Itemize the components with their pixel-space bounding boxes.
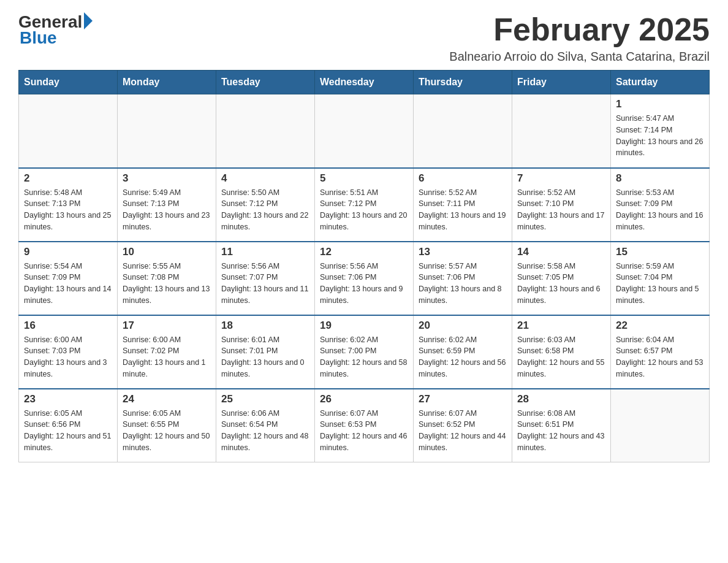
day-number: 10	[123, 246, 211, 258]
day-info: Sunrise: 5:54 AM Sunset: 7:09 PM Dayligh…	[24, 261, 112, 307]
calendar-day-cell: 21Sunrise: 6:03 AM Sunset: 6:58 PM Dayli…	[512, 315, 611, 389]
day-number: 12	[320, 246, 408, 258]
calendar-day-cell	[315, 94, 414, 168]
day-info: Sunrise: 5:49 AM Sunset: 7:13 PM Dayligh…	[123, 187, 211, 233]
day-number: 23	[24, 393, 112, 405]
calendar-day-cell	[414, 94, 512, 168]
day-info: Sunrise: 5:59 AM Sunset: 7:04 PM Dayligh…	[616, 261, 704, 307]
calendar-day-cell	[512, 94, 611, 168]
day-info: Sunrise: 6:02 AM Sunset: 6:59 PM Dayligh…	[419, 334, 507, 380]
weekday-header-friday: Friday	[512, 71, 611, 94]
weekday-header-saturday: Saturday	[611, 71, 710, 94]
weekday-header-thursday: Thursday	[414, 71, 512, 94]
day-number: 14	[517, 246, 605, 258]
day-info: Sunrise: 6:07 AM Sunset: 6:53 PM Dayligh…	[320, 408, 408, 454]
calendar-day-cell: 10Sunrise: 5:55 AM Sunset: 7:08 PM Dayli…	[118, 242, 216, 315]
day-info: Sunrise: 6:02 AM Sunset: 7:00 PM Dayligh…	[320, 334, 408, 380]
weekday-header-sunday: Sunday	[19, 71, 118, 94]
calendar-day-cell: 6Sunrise: 5:52 AM Sunset: 7:11 PM Daylig…	[414, 168, 512, 242]
logo-arrow-icon	[84, 12, 93, 29]
day-info: Sunrise: 5:51 AM Sunset: 7:12 PM Dayligh…	[320, 187, 408, 233]
day-number: 9	[24, 246, 112, 258]
day-number: 18	[221, 320, 309, 332]
calendar-day-cell: 22Sunrise: 6:04 AM Sunset: 6:57 PM Dayli…	[611, 315, 710, 389]
day-number: 6	[419, 172, 507, 185]
day-number: 20	[419, 320, 507, 332]
day-info: Sunrise: 5:52 AM Sunset: 7:10 PM Dayligh…	[517, 187, 605, 233]
logo: General Blue	[18, 12, 93, 48]
calendar-week-row: 16Sunrise: 6:00 AM Sunset: 7:03 PM Dayli…	[19, 315, 710, 389]
day-info: Sunrise: 5:56 AM Sunset: 7:07 PM Dayligh…	[221, 261, 309, 307]
day-number: 16	[24, 320, 112, 332]
day-number: 25	[221, 393, 309, 405]
location-text: Balneario Arroio do Silva, Santa Catarin…	[449, 50, 710, 64]
day-number: 17	[123, 320, 211, 332]
day-info: Sunrise: 5:48 AM Sunset: 7:13 PM Dayligh…	[24, 187, 112, 233]
day-number: 21	[517, 320, 605, 332]
day-info: Sunrise: 6:00 AM Sunset: 7:02 PM Dayligh…	[123, 334, 211, 380]
logo-blue-text: Blue	[18, 28, 57, 48]
day-number: 26	[320, 393, 408, 405]
calendar-day-cell	[118, 94, 216, 168]
calendar-day-cell: 12Sunrise: 5:56 AM Sunset: 7:06 PM Dayli…	[315, 242, 414, 315]
calendar-table: SundayMondayTuesdayWednesdayThursdayFrid…	[18, 70, 710, 462]
calendar-day-cell: 4Sunrise: 5:50 AM Sunset: 7:12 PM Daylig…	[216, 168, 315, 242]
weekday-header-tuesday: Tuesday	[216, 71, 315, 94]
calendar-day-cell: 5Sunrise: 5:51 AM Sunset: 7:12 PM Daylig…	[315, 168, 414, 242]
calendar-day-cell: 7Sunrise: 5:52 AM Sunset: 7:10 PM Daylig…	[512, 168, 611, 242]
calendar-week-row: 1Sunrise: 5:47 AM Sunset: 7:14 PM Daylig…	[19, 94, 710, 168]
day-number: 28	[517, 393, 605, 405]
month-title: February 2025	[449, 12, 710, 47]
day-info: Sunrise: 6:05 AM Sunset: 6:56 PM Dayligh…	[24, 408, 112, 454]
weekday-header-wednesday: Wednesday	[315, 71, 414, 94]
day-number: 24	[123, 393, 211, 405]
day-info: Sunrise: 5:57 AM Sunset: 7:06 PM Dayligh…	[419, 261, 507, 307]
day-info: Sunrise: 6:01 AM Sunset: 7:01 PM Dayligh…	[221, 334, 309, 380]
weekday-header-monday: Monday	[118, 71, 216, 94]
calendar-day-cell: 17Sunrise: 6:00 AM Sunset: 7:02 PM Dayli…	[118, 315, 216, 389]
day-info: Sunrise: 5:58 AM Sunset: 7:05 PM Dayligh…	[517, 261, 605, 307]
calendar-week-row: 9Sunrise: 5:54 AM Sunset: 7:09 PM Daylig…	[19, 242, 710, 315]
day-info: Sunrise: 5:47 AM Sunset: 7:14 PM Dayligh…	[616, 113, 704, 159]
day-info: Sunrise: 5:52 AM Sunset: 7:11 PM Dayligh…	[419, 187, 507, 233]
day-info: Sunrise: 5:56 AM Sunset: 7:06 PM Dayligh…	[320, 261, 408, 307]
day-number: 22	[616, 320, 704, 332]
calendar-day-cell	[216, 94, 315, 168]
day-info: Sunrise: 5:50 AM Sunset: 7:12 PM Dayligh…	[221, 187, 309, 233]
day-number: 7	[517, 172, 605, 185]
day-number: 8	[616, 172, 704, 185]
day-info: Sunrise: 6:03 AM Sunset: 6:58 PM Dayligh…	[517, 334, 605, 380]
day-info: Sunrise: 5:55 AM Sunset: 7:08 PM Dayligh…	[123, 261, 211, 307]
calendar-day-cell: 27Sunrise: 6:07 AM Sunset: 6:52 PM Dayli…	[414, 389, 512, 462]
day-number: 4	[221, 172, 309, 185]
calendar-day-cell: 20Sunrise: 6:02 AM Sunset: 6:59 PM Dayli…	[414, 315, 512, 389]
day-number: 13	[419, 246, 507, 258]
calendar-day-cell: 3Sunrise: 5:49 AM Sunset: 7:13 PM Daylig…	[118, 168, 216, 242]
day-number: 19	[320, 320, 408, 332]
day-number: 27	[419, 393, 507, 405]
day-info: Sunrise: 6:06 AM Sunset: 6:54 PM Dayligh…	[221, 408, 309, 454]
calendar-day-cell	[611, 389, 710, 462]
calendar-day-cell	[19, 94, 118, 168]
calendar-day-cell: 9Sunrise: 5:54 AM Sunset: 7:09 PM Daylig…	[19, 242, 118, 315]
calendar-day-cell: 16Sunrise: 6:00 AM Sunset: 7:03 PM Dayli…	[19, 315, 118, 389]
calendar-day-cell: 2Sunrise: 5:48 AM Sunset: 7:13 PM Daylig…	[19, 168, 118, 242]
calendar-day-cell: 11Sunrise: 5:56 AM Sunset: 7:07 PM Dayli…	[216, 242, 315, 315]
day-number: 11	[221, 246, 309, 258]
calendar-week-row: 23Sunrise: 6:05 AM Sunset: 6:56 PM Dayli…	[19, 389, 710, 462]
day-info: Sunrise: 6:05 AM Sunset: 6:55 PM Dayligh…	[123, 408, 211, 454]
day-number: 1	[616, 98, 704, 110]
day-info: Sunrise: 6:07 AM Sunset: 6:52 PM Dayligh…	[419, 408, 507, 454]
calendar-day-cell: 13Sunrise: 5:57 AM Sunset: 7:06 PM Dayli…	[414, 242, 512, 315]
calendar-day-cell: 23Sunrise: 6:05 AM Sunset: 6:56 PM Dayli…	[19, 389, 118, 462]
calendar-day-cell: 25Sunrise: 6:06 AM Sunset: 6:54 PM Dayli…	[216, 389, 315, 462]
calendar-day-cell: 26Sunrise: 6:07 AM Sunset: 6:53 PM Dayli…	[315, 389, 414, 462]
day-info: Sunrise: 6:08 AM Sunset: 6:51 PM Dayligh…	[517, 408, 605, 454]
title-section: February 2025 Balneario Arroio do Silva,…	[449, 12, 710, 64]
calendar-day-cell: 14Sunrise: 5:58 AM Sunset: 7:05 PM Dayli…	[512, 242, 611, 315]
calendar-day-cell: 1Sunrise: 5:47 AM Sunset: 7:14 PM Daylig…	[611, 94, 710, 168]
calendar-day-cell: 8Sunrise: 5:53 AM Sunset: 7:09 PM Daylig…	[611, 168, 710, 242]
day-number: 5	[320, 172, 408, 185]
day-info: Sunrise: 6:00 AM Sunset: 7:03 PM Dayligh…	[24, 334, 112, 380]
calendar-day-cell: 19Sunrise: 6:02 AM Sunset: 7:00 PM Dayli…	[315, 315, 414, 389]
